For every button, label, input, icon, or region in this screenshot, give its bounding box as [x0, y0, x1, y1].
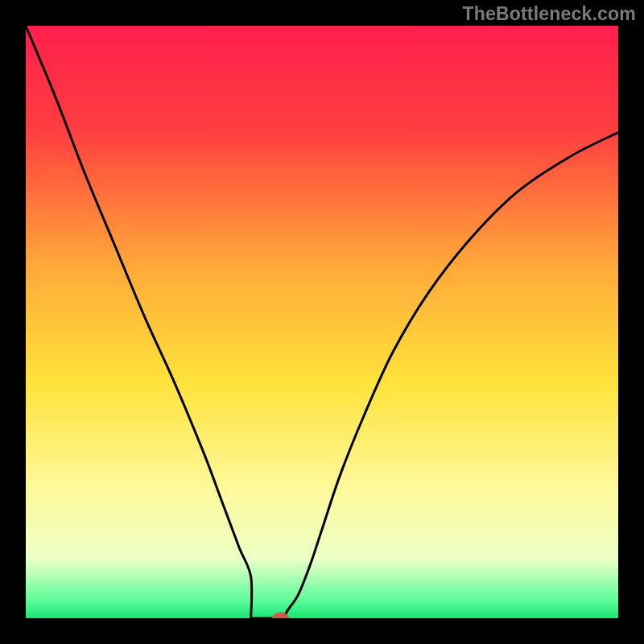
- plot-area: [26, 26, 618, 618]
- watermark-text: TheBottleneck.com: [462, 3, 636, 25]
- chart-svg: [26, 26, 618, 618]
- chart-frame: TheBottleneck.com: [0, 0, 644, 644]
